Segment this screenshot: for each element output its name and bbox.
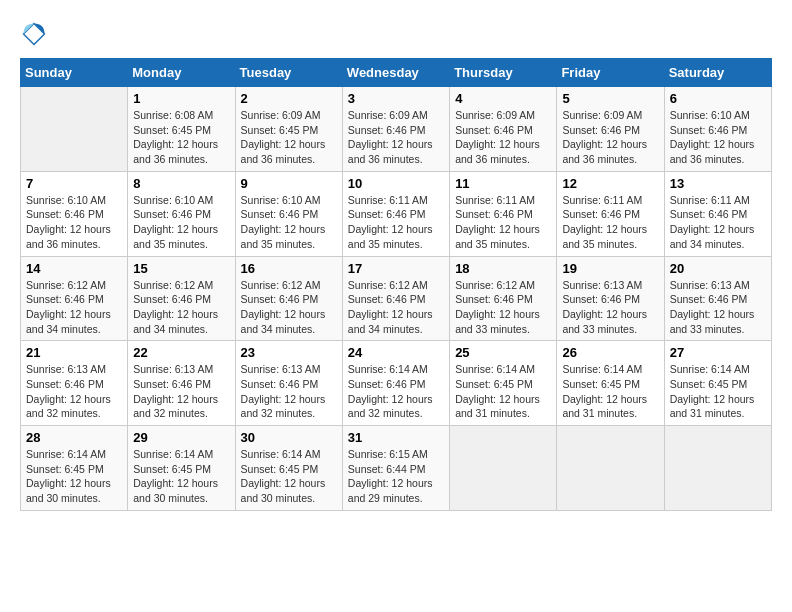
cell-info: Sunrise: 6:12 AM Sunset: 6:46 PM Dayligh…: [241, 278, 337, 337]
day-number: 21: [26, 345, 122, 360]
day-number: 2: [241, 91, 337, 106]
cell-2-2: 16Sunrise: 6:12 AM Sunset: 6:46 PM Dayli…: [235, 256, 342, 341]
day-number: 12: [562, 176, 658, 191]
cell-info: Sunrise: 6:14 AM Sunset: 6:45 PM Dayligh…: [241, 447, 337, 506]
cell-info: Sunrise: 6:11 AM Sunset: 6:46 PM Dayligh…: [670, 193, 766, 252]
calendar-table: SundayMondayTuesdayWednesdayThursdayFrid…: [20, 58, 772, 511]
day-number: 8: [133, 176, 229, 191]
cell-2-1: 15Sunrise: 6:12 AM Sunset: 6:46 PM Dayli…: [128, 256, 235, 341]
cell-info: Sunrise: 6:14 AM Sunset: 6:45 PM Dayligh…: [670, 362, 766, 421]
day-number: 29: [133, 430, 229, 445]
cell-info: Sunrise: 6:13 AM Sunset: 6:46 PM Dayligh…: [562, 278, 658, 337]
cell-3-6: 27Sunrise: 6:14 AM Sunset: 6:45 PM Dayli…: [664, 341, 771, 426]
cell-1-1: 8Sunrise: 6:10 AM Sunset: 6:46 PM Daylig…: [128, 171, 235, 256]
cell-info: Sunrise: 6:11 AM Sunset: 6:46 PM Dayligh…: [562, 193, 658, 252]
cell-info: Sunrise: 6:10 AM Sunset: 6:46 PM Dayligh…: [26, 193, 122, 252]
day-number: 5: [562, 91, 658, 106]
page-header: [20, 20, 772, 48]
cell-info: Sunrise: 6:14 AM Sunset: 6:46 PM Dayligh…: [348, 362, 444, 421]
week-row-2: 7Sunrise: 6:10 AM Sunset: 6:46 PM Daylig…: [21, 171, 772, 256]
cell-info: Sunrise: 6:14 AM Sunset: 6:45 PM Dayligh…: [133, 447, 229, 506]
header-wednesday: Wednesday: [342, 59, 449, 87]
cell-4-6: [664, 426, 771, 511]
week-row-3: 14Sunrise: 6:12 AM Sunset: 6:46 PM Dayli…: [21, 256, 772, 341]
cell-3-0: 21Sunrise: 6:13 AM Sunset: 6:46 PM Dayli…: [21, 341, 128, 426]
cell-info: Sunrise: 6:09 AM Sunset: 6:46 PM Dayligh…: [455, 108, 551, 167]
day-number: 23: [241, 345, 337, 360]
cell-2-5: 19Sunrise: 6:13 AM Sunset: 6:46 PM Dayli…: [557, 256, 664, 341]
cell-2-3: 17Sunrise: 6:12 AM Sunset: 6:46 PM Dayli…: [342, 256, 449, 341]
cell-1-4: 11Sunrise: 6:11 AM Sunset: 6:46 PM Dayli…: [450, 171, 557, 256]
day-number: 9: [241, 176, 337, 191]
day-number: 31: [348, 430, 444, 445]
cell-0-5: 5Sunrise: 6:09 AM Sunset: 6:46 PM Daylig…: [557, 87, 664, 172]
cell-info: Sunrise: 6:10 AM Sunset: 6:46 PM Dayligh…: [670, 108, 766, 167]
day-number: 15: [133, 261, 229, 276]
cell-info: Sunrise: 6:13 AM Sunset: 6:46 PM Dayligh…: [241, 362, 337, 421]
cell-info: Sunrise: 6:12 AM Sunset: 6:46 PM Dayligh…: [348, 278, 444, 337]
cell-0-4: 4Sunrise: 6:09 AM Sunset: 6:46 PM Daylig…: [450, 87, 557, 172]
cell-info: Sunrise: 6:15 AM Sunset: 6:44 PM Dayligh…: [348, 447, 444, 506]
cell-0-2: 2Sunrise: 6:09 AM Sunset: 6:45 PM Daylig…: [235, 87, 342, 172]
cell-info: Sunrise: 6:10 AM Sunset: 6:46 PM Dayligh…: [241, 193, 337, 252]
cell-3-2: 23Sunrise: 6:13 AM Sunset: 6:46 PM Dayli…: [235, 341, 342, 426]
cell-0-3: 3Sunrise: 6:09 AM Sunset: 6:46 PM Daylig…: [342, 87, 449, 172]
day-number: 11: [455, 176, 551, 191]
cell-info: Sunrise: 6:12 AM Sunset: 6:46 PM Dayligh…: [133, 278, 229, 337]
week-row-1: 1Sunrise: 6:08 AM Sunset: 6:45 PM Daylig…: [21, 87, 772, 172]
cell-4-3: 31Sunrise: 6:15 AM Sunset: 6:44 PM Dayli…: [342, 426, 449, 511]
day-number: 24: [348, 345, 444, 360]
cell-info: Sunrise: 6:13 AM Sunset: 6:46 PM Dayligh…: [133, 362, 229, 421]
cell-info: Sunrise: 6:14 AM Sunset: 6:45 PM Dayligh…: [562, 362, 658, 421]
header-thursday: Thursday: [450, 59, 557, 87]
day-number: 17: [348, 261, 444, 276]
header-row: SundayMondayTuesdayWednesdayThursdayFrid…: [21, 59, 772, 87]
header-saturday: Saturday: [664, 59, 771, 87]
cell-3-1: 22Sunrise: 6:13 AM Sunset: 6:46 PM Dayli…: [128, 341, 235, 426]
cell-1-6: 13Sunrise: 6:11 AM Sunset: 6:46 PM Dayli…: [664, 171, 771, 256]
week-row-4: 21Sunrise: 6:13 AM Sunset: 6:46 PM Dayli…: [21, 341, 772, 426]
day-number: 6: [670, 91, 766, 106]
header-sunday: Sunday: [21, 59, 128, 87]
day-number: 20: [670, 261, 766, 276]
day-number: 25: [455, 345, 551, 360]
cell-info: Sunrise: 6:14 AM Sunset: 6:45 PM Dayligh…: [26, 447, 122, 506]
cell-1-3: 10Sunrise: 6:11 AM Sunset: 6:46 PM Dayli…: [342, 171, 449, 256]
cell-1-0: 7Sunrise: 6:10 AM Sunset: 6:46 PM Daylig…: [21, 171, 128, 256]
day-number: 26: [562, 345, 658, 360]
day-number: 28: [26, 430, 122, 445]
day-number: 30: [241, 430, 337, 445]
cell-1-5: 12Sunrise: 6:11 AM Sunset: 6:46 PM Dayli…: [557, 171, 664, 256]
cell-3-4: 25Sunrise: 6:14 AM Sunset: 6:45 PM Dayli…: [450, 341, 557, 426]
cell-info: Sunrise: 6:09 AM Sunset: 6:46 PM Dayligh…: [562, 108, 658, 167]
day-number: 27: [670, 345, 766, 360]
header-tuesday: Tuesday: [235, 59, 342, 87]
header-friday: Friday: [557, 59, 664, 87]
cell-info: Sunrise: 6:14 AM Sunset: 6:45 PM Dayligh…: [455, 362, 551, 421]
day-number: 14: [26, 261, 122, 276]
day-number: 3: [348, 91, 444, 106]
cell-0-1: 1Sunrise: 6:08 AM Sunset: 6:45 PM Daylig…: [128, 87, 235, 172]
day-number: 18: [455, 261, 551, 276]
cell-0-0: [21, 87, 128, 172]
cell-info: Sunrise: 6:10 AM Sunset: 6:46 PM Dayligh…: [133, 193, 229, 252]
header-monday: Monday: [128, 59, 235, 87]
cell-2-0: 14Sunrise: 6:12 AM Sunset: 6:46 PM Dayli…: [21, 256, 128, 341]
day-number: 22: [133, 345, 229, 360]
cell-0-6: 6Sunrise: 6:10 AM Sunset: 6:46 PM Daylig…: [664, 87, 771, 172]
cell-1-2: 9Sunrise: 6:10 AM Sunset: 6:46 PM Daylig…: [235, 171, 342, 256]
cell-4-5: [557, 426, 664, 511]
cell-4-0: 28Sunrise: 6:14 AM Sunset: 6:45 PM Dayli…: [21, 426, 128, 511]
cell-info: Sunrise: 6:13 AM Sunset: 6:46 PM Dayligh…: [670, 278, 766, 337]
day-number: 1: [133, 91, 229, 106]
cell-3-5: 26Sunrise: 6:14 AM Sunset: 6:45 PM Dayli…: [557, 341, 664, 426]
day-number: 4: [455, 91, 551, 106]
cell-2-4: 18Sunrise: 6:12 AM Sunset: 6:46 PM Dayli…: [450, 256, 557, 341]
cell-info: Sunrise: 6:13 AM Sunset: 6:46 PM Dayligh…: [26, 362, 122, 421]
cell-4-2: 30Sunrise: 6:14 AM Sunset: 6:45 PM Dayli…: [235, 426, 342, 511]
cell-info: Sunrise: 6:08 AM Sunset: 6:45 PM Dayligh…: [133, 108, 229, 167]
cell-2-6: 20Sunrise: 6:13 AM Sunset: 6:46 PM Dayli…: [664, 256, 771, 341]
day-number: 16: [241, 261, 337, 276]
cell-info: Sunrise: 6:09 AM Sunset: 6:46 PM Dayligh…: [348, 108, 444, 167]
cell-4-4: [450, 426, 557, 511]
